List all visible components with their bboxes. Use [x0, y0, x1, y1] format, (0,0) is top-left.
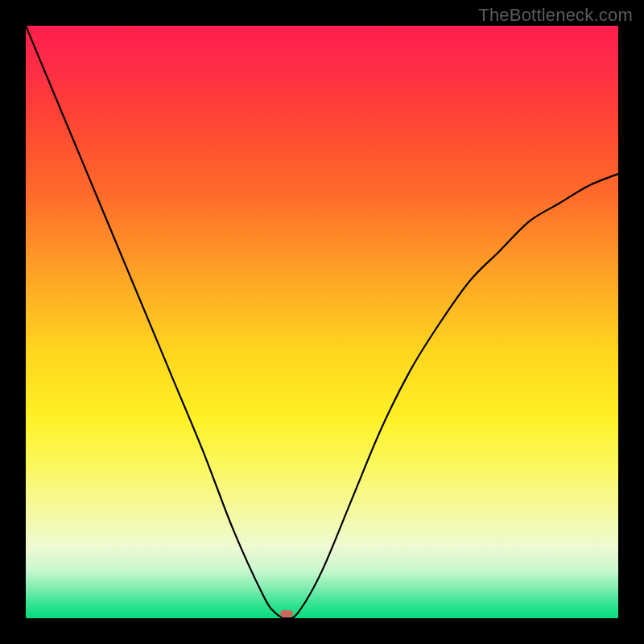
plot-area [26, 26, 618, 618]
bottleneck-curve [26, 26, 618, 618]
optimum-marker [280, 610, 293, 617]
chart-frame: TheBottleneck.com [0, 0, 644, 644]
watermark-text: TheBottleneck.com [478, 5, 633, 26]
